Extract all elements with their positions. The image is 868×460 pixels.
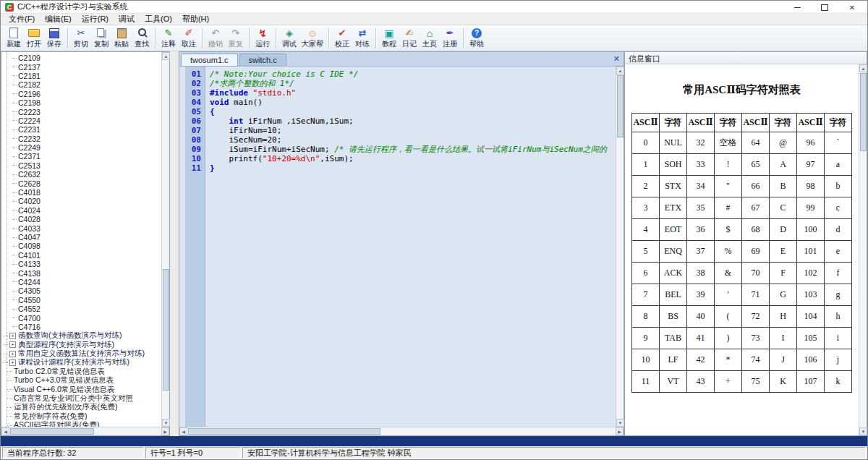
scroll-right-icon[interactable]: ▶ (616, 427, 624, 435)
scroll-down-icon[interactable]: ▼ (859, 427, 867, 435)
tree-item[interactable]: C2632 (1, 170, 161, 179)
toolbar-undo-button[interactable]: 撤销 (205, 26, 226, 51)
maximize-icon[interactable] (811, 1, 838, 14)
toolbar-redo-button[interactable]: 重复 (226, 26, 246, 51)
tree-item[interactable]: Turbo C2.0常见错误信息表 (1, 367, 161, 376)
expand-plus-icon[interactable] (9, 341, 16, 348)
scrollbar-thumb[interactable] (617, 75, 624, 137)
tree-item[interactable]: C2371 (1, 152, 161, 161)
menu-run[interactable]: 运行(R) (77, 13, 114, 25)
tree-item[interactable]: C4305 (1, 286, 161, 295)
editor-vertical-scrollbar[interactable]: ▲ ▼ (616, 67, 624, 427)
tree-item[interactable]: 运算符的优先级别次序表(免费) (1, 403, 161, 412)
close-tab-icon[interactable] (613, 54, 620, 64)
tree-item[interactable]: C4133 (1, 260, 161, 268)
toolbar-new-button[interactable]: 新建 (4, 26, 24, 51)
tree-item[interactable]: C4033 (1, 223, 161, 232)
scrollbar-thumb[interactable] (860, 73, 867, 151)
tree-item[interactable]: C4552 (1, 304, 161, 313)
toolbar-uncomment-button[interactable]: 取注 (179, 26, 199, 51)
expand-plus-icon[interactable] (9, 351, 16, 357)
tree-item[interactable]: C2223 (1, 107, 161, 116)
tree-item[interactable]: Visual C++6.0常见错误信息表 (1, 385, 161, 393)
scroll-left-icon[interactable]: ◀ (1, 427, 9, 435)
tree-item[interactable]: C2181 (1, 72, 161, 80)
tree-item[interactable]: C2109 (1, 54, 161, 62)
tab-twosum1-c[interactable]: twosum1.c (181, 54, 238, 66)
tree-item[interactable]: C4550 (1, 296, 161, 304)
tree-item[interactable]: C2249 (1, 143, 161, 152)
toolbar-crowd-help-button[interactable]: 大家帮 (299, 26, 326, 51)
scroll-up-icon[interactable]: ▲ (859, 64, 867, 72)
toolbar-tutorial-button[interactable]: 教程 (379, 26, 399, 51)
sidebar-vertical-scrollbar[interactable]: ▲ ▼ (161, 52, 169, 427)
tree-item[interactable]: C2628 (1, 179, 161, 187)
tree-item[interactable]: Turbo C++3.0常见错误信息表 (1, 376, 161, 385)
expand-plus-icon[interactable] (9, 333, 16, 339)
toolbar-debug-button[interactable]: 调试 (279, 26, 299, 51)
expand-plus-icon[interactable] (9, 359, 16, 366)
toolbar-home-button[interactable]: 主页 (420, 26, 440, 51)
menu-help[interactable]: 帮助(H) (177, 13, 214, 25)
tree-item[interactable]: 典型源程序(支持演示与对练) (1, 341, 161, 349)
menu-debug[interactable]: 调试 (114, 13, 140, 25)
tree-item[interactable]: C2182 (1, 80, 161, 89)
tree-item[interactable]: C2231 (1, 125, 161, 134)
tree-item[interactable]: ASCII码字符对照表(免费) (1, 421, 161, 427)
tree-item[interactable]: C2224 (1, 116, 161, 125)
toolbar-cut-button[interactable]: 剪切 (71, 26, 91, 51)
toolbar-register-button[interactable]: 注册 (440, 26, 460, 51)
tree-item[interactable]: 常见控制字符表(免费) (1, 412, 161, 421)
toolbar-diary-button[interactable]: 日记 (399, 26, 420, 51)
scroll-down-icon[interactable]: ▼ (616, 419, 624, 427)
tree-item[interactable]: 常用自定义函数算法(支持演示与对练) (1, 349, 161, 358)
menu-file[interactable]: 文件(F) (4, 13, 40, 25)
scrollbar-thumb[interactable] (10, 428, 94, 435)
tree-item[interactable]: C4244 (1, 278, 161, 286)
toolbar-run-button[interactable]: 运行 (252, 26, 273, 51)
tree-item[interactable]: C2232 (1, 135, 161, 143)
toolbar-proofread-button[interactable]: 校正 (332, 26, 352, 51)
toolbar-practice-button[interactable]: 对练 (352, 26, 373, 51)
toolbar-help-button[interactable]: 帮助 (467, 26, 487, 51)
tree-item[interactable]: C4101 (1, 251, 161, 260)
tree-item[interactable]: C语言常见专业词汇分类中英文对照 (1, 394, 161, 403)
toolbar-comment-button[interactable]: 注释 (158, 26, 179, 51)
tree-item[interactable]: 课程设计源程序(支持演示与对练) (1, 358, 161, 367)
code-editor[interactable]: 01/* Note:Your choice is C IDE */02/*求两个… (179, 67, 616, 427)
menu-edit[interactable]: 编辑(E) (40, 13, 77, 25)
sidebar-horizontal-scrollbar[interactable]: ◀ ▶ (1, 427, 169, 435)
scrollbar-thumb[interactable] (163, 269, 169, 391)
minimize-icon[interactable] (783, 1, 811, 14)
tree-item[interactable]: C4098 (1, 242, 161, 250)
tree-item[interactable]: C4047 (1, 233, 161, 242)
tree-item[interactable]: C2198 (1, 98, 161, 107)
scroll-right-icon[interactable]: ▶ (161, 427, 169, 435)
toolbar-find-button[interactable]: 查找 (132, 26, 152, 51)
tree-item[interactable]: C4700 (1, 313, 161, 322)
tree-item[interactable]: C4716 (1, 323, 161, 331)
toolbar-save-button[interactable]: 保存 (44, 26, 64, 51)
tree-item[interactable]: 函数查询(支持函数演示与对练) (1, 331, 161, 340)
toolbar-copy-button[interactable]: 复制 (91, 26, 111, 51)
tree-item[interactable]: C4018 (1, 188, 161, 197)
toolbar-open-button[interactable]: 打开 (24, 26, 44, 51)
scroll-down-icon[interactable]: ▼ (162, 419, 170, 427)
scroll-up-icon[interactable]: ▲ (162, 52, 170, 60)
tree-item[interactable]: C4138 (1, 268, 161, 277)
close-icon[interactable] (838, 1, 866, 14)
tree-item[interactable]: C4028 (1, 215, 161, 223)
tree-item[interactable]: C2196 (1, 90, 161, 98)
scroll-up-icon[interactable]: ▲ (616, 67, 624, 74)
tree-item[interactable]: C4020 (1, 197, 161, 205)
panel-splitter[interactable] (170, 51, 179, 436)
tree-item[interactable]: C2137 (1, 62, 161, 71)
toolbar-paste-button[interactable]: 粘贴 (111, 26, 132, 51)
tree-item[interactable]: C2513 (1, 161, 161, 170)
tree-item[interactable]: C4024 (1, 206, 161, 215)
editor-horizontal-scrollbar[interactable]: ◀ ▶ (179, 427, 624, 435)
menu-tools[interactable]: 工具(O) (140, 13, 177, 25)
scroll-left-icon[interactable]: ◀ (179, 427, 187, 435)
tab-switch-c[interactable]: switch.c (239, 54, 286, 66)
scrollbar-thumb[interactable] (188, 428, 380, 435)
